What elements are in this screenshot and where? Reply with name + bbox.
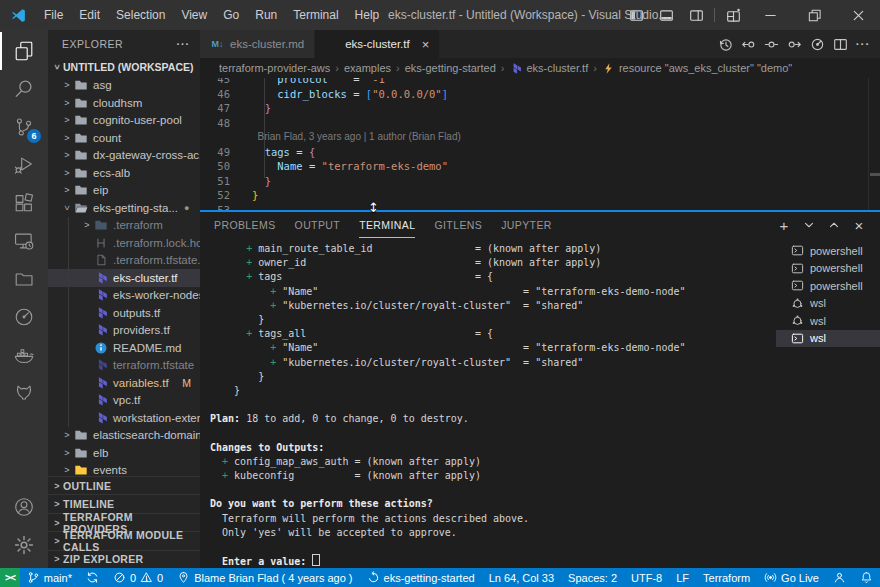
- statusbar-notifications[interactable]: [853, 568, 880, 587]
- menu-go[interactable]: Go: [215, 8, 247, 22]
- file-tree-item[interactable]: >cognito-user-pool: [48, 112, 200, 130]
- statusbar-encoding[interactable]: UTF-8: [624, 568, 669, 587]
- breadcrumb-item[interactable]: eks-cluster.tf: [509, 62, 588, 75]
- file-tree-item[interactable]: providers.tf: [48, 322, 200, 340]
- breadcrumb-item[interactable]: terraform-provider-aws: [219, 62, 330, 74]
- menu-run[interactable]: Run: [247, 8, 285, 22]
- statusbar-blame[interactable]: Blame Brian Flad ( 4 years ago ): [170, 568, 359, 587]
- file-tree-item[interactable]: eks-worker-nodes.tf: [48, 287, 200, 305]
- file-tree-item[interactable]: >count: [48, 129, 200, 147]
- file-tree-item[interactable]: >eks-getting-sta...●: [48, 199, 200, 217]
- statusbar-repo-loop[interactable]: eks-getting-started: [360, 568, 482, 587]
- statusbar-branch[interactable]: main*: [20, 568, 79, 587]
- statusbar-indentation[interactable]: Spaces: 2: [561, 568, 624, 587]
- activitybar-remote-explorer[interactable]: [0, 222, 48, 260]
- file-tree-item[interactable]: >dx-gateway-cross-ac...: [48, 147, 200, 165]
- panel-tab-terminal[interactable]: TERMINAL: [359, 212, 415, 238]
- sidebar-section-terraform-module-calls[interactable]: >TERRAFORM MODULE CALLS: [48, 531, 200, 549]
- close-tab-icon[interactable]: ×: [422, 38, 430, 51]
- file-tree-item[interactable]: eks-cluster.tf: [48, 269, 200, 287]
- file-tree-item[interactable]: vpc.tf: [48, 392, 200, 410]
- problems-indicator[interactable]: 00: [106, 568, 170, 587]
- activitybar-settings[interactable]: [0, 526, 48, 564]
- new-terminal-button[interactable]: +: [775, 216, 793, 234]
- terminal-instance-powershell[interactable]: powershell: [776, 260, 880, 278]
- terminal-instance-wsl[interactable]: wsl: [776, 295, 880, 313]
- statusbar-cursor-position[interactable]: Ln 64, Col 33: [482, 568, 561, 587]
- statusbar-feedback[interactable]: [826, 568, 853, 587]
- file-tree-item[interactable]: terraform.tfstate: [48, 357, 200, 375]
- more-actions-button[interactable]: ···: [852, 33, 874, 55]
- history-button[interactable]: [714, 33, 736, 55]
- line-change-button[interactable]: [760, 33, 782, 55]
- file-tree-item[interactable]: >cloudhsm: [48, 94, 200, 112]
- terminal-picker-button[interactable]: [800, 216, 818, 234]
- prev-change-button[interactable]: [737, 33, 759, 55]
- terminal-instance-wsl[interactable]: wsl: [776, 330, 880, 348]
- minimize-button[interactable]: [748, 0, 792, 30]
- activitybar-project-folder[interactable]: [0, 260, 48, 298]
- file-tree-item[interactable]: README.md: [48, 339, 200, 357]
- activitybar-explorer[interactable]: [0, 32, 48, 70]
- breadcrumb-item[interactable]: eks-getting-started: [405, 62, 496, 74]
- terminal-output[interactable]: + main_route_table_id = (known after app…: [200, 238, 776, 568]
- split-button[interactable]: [829, 33, 851, 55]
- file-tree-item[interactable]: outputs.tf: [48, 304, 200, 322]
- file-tree-item[interactable]: variables.tfM: [48, 374, 200, 392]
- close-win-button[interactable]: [836, 0, 880, 30]
- activitybar-run-debug[interactable]: [0, 146, 48, 184]
- statusbar-eol[interactable]: LF: [669, 568, 696, 587]
- breadcrumb-item[interactable]: resource "aws_eks_cluster" "demo": [602, 62, 792, 75]
- customize-layout-button[interactable]: [718, 0, 748, 30]
- next-change-button[interactable]: [783, 33, 805, 55]
- activitybar-extensions[interactable]: [0, 184, 48, 222]
- editor-tab-eks-cluster.tf[interactable]: eks-cluster.tf×: [315, 30, 440, 58]
- menu-help[interactable]: Help: [347, 8, 388, 22]
- needle-button[interactable]: [806, 33, 828, 55]
- file-tree-item[interactable]: >elb: [48, 444, 200, 462]
- activitybar-search[interactable]: [0, 70, 48, 108]
- maximize-panel-button[interactable]: [825, 216, 843, 234]
- activitybar-gauge[interactable]: [0, 298, 48, 336]
- editor-scrollbar[interactable]: [870, 173, 880, 176]
- panel-tab-gitlens[interactable]: GITLENS: [434, 212, 482, 238]
- activitybar-source-control[interactable]: 6: [0, 108, 48, 146]
- file-tree-item[interactable]: >asg: [48, 77, 200, 95]
- statusbar-language-mode[interactable]: Terraform: [696, 568, 757, 587]
- menu-file[interactable]: File: [36, 8, 71, 22]
- statusbar-sync[interactable]: [79, 568, 106, 587]
- menu-terminal[interactable]: Terminal: [285, 8, 346, 22]
- workspace-section-header[interactable]: > UNTITLED (WORKSPACE): [48, 58, 200, 77]
- activitybar-docker[interactable]: [0, 336, 48, 374]
- activitybar-gitkraken[interactable]: [0, 374, 48, 412]
- file-tree-item[interactable]: >elasticsearch-domain: [48, 427, 200, 445]
- terminal-instance-powershell[interactable]: powershell: [776, 277, 880, 295]
- menu-edit[interactable]: Edit: [71, 8, 108, 22]
- panel-tab-problems[interactable]: PROBLEMS: [214, 212, 276, 238]
- sidebar-section-outline[interactable]: >OUTLINE: [48, 476, 200, 494]
- close-panel-button[interactable]: ×: [850, 216, 868, 234]
- menu-view[interactable]: View: [173, 8, 215, 22]
- remote-indicator[interactable]: ><: [0, 568, 20, 587]
- breadcrumb-item[interactable]: examples: [344, 62, 391, 74]
- file-tree-item[interactable]: >ecs-alb: [48, 164, 200, 182]
- restore-button[interactable]: [792, 0, 836, 30]
- file-tree-item[interactable]: .terraform.tfstate.lo...: [48, 252, 200, 270]
- terminal-instance-wsl[interactable]: wsl: [776, 312, 880, 330]
- explorer-more-actions-button[interactable]: ···: [177, 38, 191, 50]
- panel-tab-jupyter[interactable]: JUPYTER: [501, 212, 552, 238]
- layout-sidebar-right-button[interactable]: [681, 0, 711, 30]
- file-tree-item[interactable]: >eip: [48, 182, 200, 200]
- file-tree-item[interactable]: >.terraform: [48, 217, 200, 235]
- activitybar-accounts[interactable]: [0, 488, 48, 526]
- file-tree-item[interactable]: >events: [48, 462, 200, 476]
- panel-resize-sash[interactable]: [200, 210, 880, 212]
- file-tree-item[interactable]: workstation-extern...: [48, 409, 200, 427]
- menu-selection[interactable]: Selection: [108, 8, 173, 22]
- editor-tab-eks-cluster.md[interactable]: M↓eks-cluster.md: [200, 30, 315, 58]
- panel-tab-output[interactable]: OUTPUT: [295, 212, 341, 238]
- code-editor[interactable]: 45 protocol = "-1"46 cidr_blocks = ["0.0…: [200, 78, 880, 210]
- terminal-instance-powershell[interactable]: powershell: [776, 242, 880, 260]
- file-tree-item[interactable]: .terraform.lock.hcl: [48, 234, 200, 252]
- statusbar-go-live[interactable]: Go Live: [757, 568, 826, 587]
